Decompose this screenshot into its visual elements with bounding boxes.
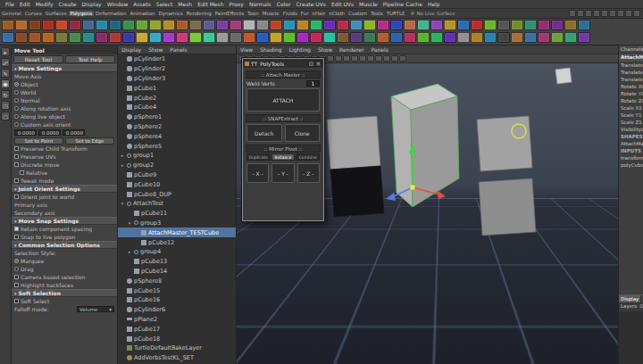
menu-item-edit[interactable]: Edit [17, 1, 33, 7]
dropdown-falloff-mode[interactable]: Volume▾ [77, 306, 114, 312]
checkbox-snap-to-live-polygon[interactable] [14, 235, 19, 239]
shelf-icon-16[interactable] [203, 32, 215, 43]
checkbox-highlight-backfaces[interactable] [14, 283, 19, 287]
shelf-icon-25[interactable] [323, 20, 336, 30]
radio-along-live-object[interactable] [14, 114, 19, 119]
channel-rotate-x[interactable]: Rotate X0 [619, 83, 643, 90]
attach-button[interactable]: ATTACH [246, 88, 320, 112]
shelf-icon-27[interactable] [350, 32, 363, 43]
axis-value-field-3[interactable]: 0.0000 [63, 129, 85, 136]
shelf-icon-37[interactable] [484, 32, 497, 43]
shelf-icon-36[interactable] [471, 32, 483, 43]
menu-item-file[interactable]: File [3, 1, 17, 7]
outliner-item-pcube1[interactable]: pCube1 [118, 83, 236, 93]
expander-icon[interactable]: ▸ [120, 153, 125, 158]
weld-verts-field[interactable]: 1 [306, 80, 320, 87]
make-live-icon[interactable] [601, 10, 608, 17]
tab-curves[interactable]: Curves [23, 11, 44, 16]
shelf-icon-1[interactable] [2, 20, 14, 30]
shelf-icon-42[interactable] [551, 20, 564, 30]
tab-display[interactable]: Display [619, 295, 641, 302]
motion-blur-icon[interactable] [399, 55, 406, 62]
snap-to-grids-icon[interactable] [569, 10, 576, 17]
option-along-rotation-axis[interactable]: Along rotation axis [12, 104, 117, 112]
tab-turtle[interactable]: TURTLE [385, 11, 407, 16]
option-snap-to-live-polygon[interactable]: Snap to live polygon [12, 233, 117, 241]
shelf-icon-22[interactable] [283, 20, 296, 30]
outliner-item-group2[interactable]: ▸group2 [118, 161, 236, 170]
outliner-item-pcube2[interactable]: pCube2 [118, 93, 236, 103]
shelf-icon-32[interactable] [417, 20, 430, 30]
radio-normal[interactable] [14, 98, 19, 103]
shelf-icon-6[interactable] [69, 32, 81, 43]
safe-title-icon[interactable] [343, 55, 350, 62]
shelf-icon-1[interactable] [2, 32, 14, 43]
shelf-icon-5[interactable] [55, 20, 68, 30]
channel-box-node-name[interactable]: AttachMaster_TESTCube [619, 54, 643, 62]
option-along-live-object[interactable]: Along live object [12, 112, 117, 120]
shelf-icon-25[interactable] [323, 32, 336, 43]
shelf-icon-9[interactable] [109, 32, 121, 43]
tool-help-button[interactable]: Tool Help [65, 55, 115, 63]
shelf-icon-37[interactable] [484, 20, 497, 30]
shelf-icon-39[interactable] [511, 20, 523, 30]
shelf-icon-32[interactable] [417, 32, 430, 43]
close-icon[interactable]: × [315, 61, 322, 67]
tt-polytools-titlebar[interactable]: TT_PolyTools □× [243, 59, 323, 68]
shelf-icon-18[interactable] [230, 20, 242, 30]
tab-fluids[interactable]: Fluids [281, 11, 299, 16]
menu-item-muscle[interactable]: Muscle [356, 1, 380, 7]
channel-visibility[interactable]: Visibilityon [619, 126, 643, 133]
radio-object[interactable] [14, 82, 19, 87]
shelf-icon-21[interactable] [270, 20, 282, 30]
shelf-icon-12[interactable] [149, 20, 162, 30]
clone-button[interactable]: Clone [285, 124, 321, 142]
shelf-icon-20[interactable] [256, 32, 269, 43]
tab-rendering[interactable]: Rendering [185, 11, 213, 16]
textured-mode-icon[interactable] [367, 55, 374, 62]
shelf-icon-28[interactable] [363, 32, 376, 43]
menu-item-select[interactable]: Select [154, 1, 176, 7]
option-world[interactable]: World [12, 88, 117, 96]
shelf-icon-24[interactable] [310, 32, 322, 43]
checkbox-preserve-uvs[interactable] [14, 154, 19, 159]
menu-item-proxy[interactable]: Proxy [226, 1, 246, 7]
radio-along-rotation-axis[interactable] [14, 106, 19, 111]
shelf-icon-20[interactable] [256, 20, 269, 30]
lasso-tool[interactable]: ☍ [1, 58, 10, 67]
move-manip-x-arrow[interactable] [437, 190, 446, 199]
shelf-icon-18[interactable] [230, 32, 242, 43]
tab-toon[interactable]: Toon [246, 11, 261, 16]
outliner-item-pcube8-dup[interactable]: pCube8_DUP [118, 189, 236, 199]
option-discrete-move[interactable]: Discrete move [12, 161, 117, 169]
tt-polytools-window[interactable]: TT_PolyTools □× :: Attach Master :: Weld… [242, 58, 324, 221]
channel-rotate-z[interactable]: Rotate Z0 [619, 97, 643, 104]
shelf-icon-30[interactable] [390, 32, 403, 43]
radio-custom-axis-orient[interactable] [14, 122, 19, 127]
outliner-item-pcube16[interactable]: pCube16 [118, 295, 236, 305]
outliner-item-pcube14[interactable]: pCube14 [118, 267, 236, 277]
shelf-icon-16[interactable] [203, 20, 215, 30]
checkbox-relative[interactable] [20, 170, 24, 175]
checkbox-orient-joint-to-world[interactable] [14, 194, 19, 199]
tab-polygons[interactable]: Polygons [69, 11, 94, 16]
checkbox-retain-component-spacing[interactable] [14, 227, 19, 231]
set-to-point-button[interactable]: Set to Point [14, 137, 63, 145]
menu-item-normals[interactable]: Normals [246, 1, 274, 7]
shelf-icon-35[interactable] [457, 20, 470, 30]
menu-item-lighting[interactable]: Lighting [286, 46, 314, 53]
checkbox-soft-select[interactable] [14, 299, 19, 303]
tab-ncloth[interactable]: nCloth [327, 11, 347, 16]
tab-surfaces[interactable]: Surfaces [44, 11, 69, 16]
menu-item-show[interactable]: Show [314, 46, 336, 53]
shelf-icon-39[interactable] [511, 32, 523, 43]
mirror-axis-button-x[interactable]: - X - [246, 163, 269, 183]
radio-drag[interactable] [14, 267, 19, 271]
shelf-icon-7[interactable] [82, 20, 95, 30]
shelf-icon-29[interactable] [377, 20, 389, 30]
channel-value[interactable]: 1 [639, 119, 642, 126]
shelf-icon-42[interactable] [551, 32, 564, 43]
outliner-item-pcube9[interactable]: pCube9 [118, 170, 236, 180]
shelf-icon-11[interactable] [136, 20, 148, 30]
shelf-icon-33[interactable] [430, 20, 443, 30]
